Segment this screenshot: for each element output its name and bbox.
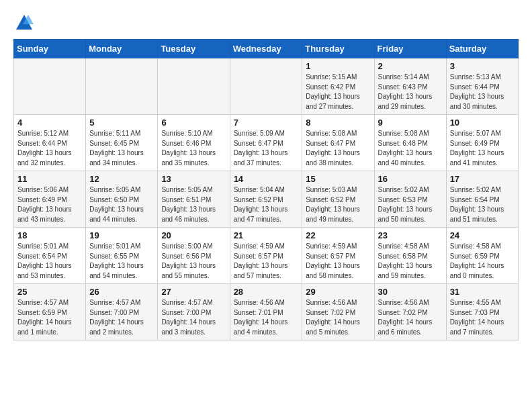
day-info: Sunrise: 5:08 AM Sunset: 6:47 PM Dayligh… <box>306 129 370 168</box>
day-info: Sunrise: 5:05 AM Sunset: 6:51 PM Dayligh… <box>161 185 226 224</box>
calendar-cell <box>86 58 158 115</box>
calendar-cell: 9Sunrise: 5:08 AM Sunset: 6:48 PM Daylig… <box>374 115 446 171</box>
calendar-cell: 17Sunrise: 5:02 AM Sunset: 6:54 PM Dayli… <box>446 171 518 228</box>
day-number: 5 <box>89 118 154 128</box>
day-info: Sunrise: 5:03 AM Sunset: 6:52 PM Dayligh… <box>306 185 370 224</box>
column-header-saturday: Saturday <box>446 40 518 58</box>
day-number: 18 <box>17 230 82 240</box>
calendar-week-5: 25Sunrise: 4:57 AM Sunset: 6:59 PM Dayli… <box>14 284 519 340</box>
calendar-cell: 1Sunrise: 5:15 AM Sunset: 6:42 PM Daylig… <box>302 58 374 115</box>
column-header-wednesday: Wednesday <box>230 40 302 58</box>
day-info: Sunrise: 4:59 AM Sunset: 6:57 PM Dayligh… <box>234 242 299 281</box>
day-info: Sunrise: 4:56 AM Sunset: 7:02 PM Dayligh… <box>378 298 443 337</box>
calendar-table: SundayMondayTuesdayWednesdayThursdayFrid… <box>13 39 519 340</box>
calendar-cell: 28Sunrise: 4:56 AM Sunset: 7:01 PM Dayli… <box>230 284 302 340</box>
calendar-cell: 29Sunrise: 4:56 AM Sunset: 7:02 PM Dayli… <box>302 284 374 340</box>
day-number: 27 <box>161 287 226 297</box>
calendar-cell: 2Sunrise: 5:14 AM Sunset: 6:43 PM Daylig… <box>374 58 446 115</box>
day-number: 9 <box>378 118 443 128</box>
day-number: 15 <box>306 174 370 184</box>
calendar-cell: 19Sunrise: 5:01 AM Sunset: 6:55 PM Dayli… <box>86 228 158 284</box>
calendar-cell: 7Sunrise: 5:09 AM Sunset: 6:47 PM Daylig… <box>230 115 302 171</box>
calendar-cell: 27Sunrise: 4:57 AM Sunset: 7:00 PM Dayli… <box>158 284 230 340</box>
day-info: Sunrise: 4:58 AM Sunset: 6:59 PM Dayligh… <box>450 242 515 281</box>
calendar-cell: 20Sunrise: 5:00 AM Sunset: 6:56 PM Dayli… <box>158 228 230 284</box>
calendar-cell: 16Sunrise: 5:02 AM Sunset: 6:53 PM Dayli… <box>374 171 446 228</box>
column-header-tuesday: Tuesday <box>158 40 230 58</box>
day-info: Sunrise: 4:58 AM Sunset: 6:58 PM Dayligh… <box>378 242 443 281</box>
calendar-cell: 30Sunrise: 4:56 AM Sunset: 7:02 PM Dayli… <box>374 284 446 340</box>
day-number: 6 <box>161 118 226 128</box>
page-header <box>13 13 519 32</box>
calendar-cell: 31Sunrise: 4:55 AM Sunset: 7:03 PM Dayli… <box>446 284 518 340</box>
day-info: Sunrise: 5:09 AM Sunset: 6:47 PM Dayligh… <box>234 129 299 168</box>
calendar-cell: 25Sunrise: 4:57 AM Sunset: 6:59 PM Dayli… <box>14 284 86 340</box>
calendar-cell: 3Sunrise: 5:13 AM Sunset: 6:44 PM Daylig… <box>446 58 518 115</box>
day-info: Sunrise: 5:14 AM Sunset: 6:43 PM Dayligh… <box>378 73 443 111</box>
day-info: Sunrise: 5:01 AM Sunset: 6:54 PM Dayligh… <box>17 242 82 281</box>
day-number: 3 <box>450 61 515 71</box>
day-info: Sunrise: 5:15 AM Sunset: 6:42 PM Dayligh… <box>306 73 370 111</box>
day-info: Sunrise: 4:57 AM Sunset: 7:00 PM Dayligh… <box>161 298 226 337</box>
day-number: 17 <box>450 174 515 184</box>
day-info: Sunrise: 5:05 AM Sunset: 6:50 PM Dayligh… <box>89 185 154 224</box>
day-number: 16 <box>378 174 443 184</box>
calendar-header-row: SundayMondayTuesdayWednesdayThursdayFrid… <box>14 40 519 58</box>
day-info: Sunrise: 5:10 AM Sunset: 6:46 PM Dayligh… <box>161 129 226 168</box>
day-info: Sunrise: 4:56 AM Sunset: 7:01 PM Dayligh… <box>234 298 299 337</box>
day-number: 31 <box>450 287 515 297</box>
calendar-cell <box>158 58 230 115</box>
day-number: 1 <box>306 61 370 71</box>
day-number: 2 <box>378 61 443 71</box>
calendar-cell: 5Sunrise: 5:11 AM Sunset: 6:45 PM Daylig… <box>86 115 158 171</box>
calendar-cell <box>14 58 86 115</box>
logo <box>13 13 34 32</box>
calendar-cell <box>230 58 302 115</box>
calendar-cell: 18Sunrise: 5:01 AM Sunset: 6:54 PM Dayli… <box>14 228 86 284</box>
logo-icon <box>15 13 34 32</box>
calendar-cell: 23Sunrise: 4:58 AM Sunset: 6:58 PM Dayli… <box>374 228 446 284</box>
calendar-cell: 14Sunrise: 5:04 AM Sunset: 6:52 PM Dayli… <box>230 171 302 228</box>
day-number: 11 <box>17 174 82 184</box>
calendar-week-4: 18Sunrise: 5:01 AM Sunset: 6:54 PM Dayli… <box>14 228 519 284</box>
calendar-cell: 6Sunrise: 5:10 AM Sunset: 6:46 PM Daylig… <box>158 115 230 171</box>
day-number: 22 <box>306 230 370 240</box>
day-number: 7 <box>234 118 299 128</box>
day-number: 25 <box>17 287 82 297</box>
day-number: 21 <box>234 230 299 240</box>
calendar-cell: 21Sunrise: 4:59 AM Sunset: 6:57 PM Dayli… <box>230 228 302 284</box>
column-header-sunday: Sunday <box>14 40 86 58</box>
day-number: 24 <box>450 230 515 240</box>
day-number: 28 <box>234 287 299 297</box>
day-number: 23 <box>378 230 443 240</box>
calendar-week-3: 11Sunrise: 5:06 AM Sunset: 6:49 PM Dayli… <box>14 171 519 228</box>
column-header-thursday: Thursday <box>302 40 374 58</box>
day-info: Sunrise: 5:11 AM Sunset: 6:45 PM Dayligh… <box>89 129 154 168</box>
calendar-cell: 10Sunrise: 5:07 AM Sunset: 6:49 PM Dayli… <box>446 115 518 171</box>
day-number: 19 <box>89 230 154 240</box>
column-header-monday: Monday <box>86 40 158 58</box>
day-number: 13 <box>161 174 226 184</box>
day-info: Sunrise: 5:12 AM Sunset: 6:44 PM Dayligh… <box>17 129 82 168</box>
calendar-cell: 11Sunrise: 5:06 AM Sunset: 6:49 PM Dayli… <box>14 171 86 228</box>
day-info: Sunrise: 4:57 AM Sunset: 7:00 PM Dayligh… <box>89 298 154 337</box>
day-number: 10 <box>450 118 515 128</box>
day-number: 14 <box>234 174 299 184</box>
day-info: Sunrise: 4:57 AM Sunset: 6:59 PM Dayligh… <box>17 298 82 337</box>
day-info: Sunrise: 4:56 AM Sunset: 7:02 PM Dayligh… <box>306 298 370 337</box>
day-info: Sunrise: 4:59 AM Sunset: 6:57 PM Dayligh… <box>306 242 370 281</box>
day-info: Sunrise: 5:06 AM Sunset: 6:49 PM Dayligh… <box>17 185 82 224</box>
calendar-week-1: 1Sunrise: 5:15 AM Sunset: 6:42 PM Daylig… <box>14 58 519 115</box>
day-number: 20 <box>161 230 226 240</box>
calendar-cell: 4Sunrise: 5:12 AM Sunset: 6:44 PM Daylig… <box>14 115 86 171</box>
calendar-cell: 15Sunrise: 5:03 AM Sunset: 6:52 PM Dayli… <box>302 171 374 228</box>
day-number: 29 <box>306 287 370 297</box>
calendar-cell: 12Sunrise: 5:05 AM Sunset: 6:50 PM Dayli… <box>86 171 158 228</box>
calendar-cell: 8Sunrise: 5:08 AM Sunset: 6:47 PM Daylig… <box>302 115 374 171</box>
day-info: Sunrise: 5:08 AM Sunset: 6:48 PM Dayligh… <box>378 129 443 168</box>
calendar-cell: 26Sunrise: 4:57 AM Sunset: 7:00 PM Dayli… <box>86 284 158 340</box>
day-info: Sunrise: 5:02 AM Sunset: 6:53 PM Dayligh… <box>378 185 443 224</box>
day-number: 12 <box>89 174 154 184</box>
day-number: 30 <box>378 287 443 297</box>
day-info: Sunrise: 4:55 AM Sunset: 7:03 PM Dayligh… <box>450 298 515 337</box>
